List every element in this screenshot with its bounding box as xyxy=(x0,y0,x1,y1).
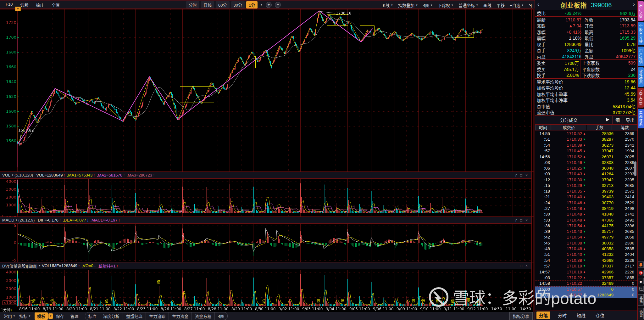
bell-icon[interactable] xyxy=(638,261,644,268)
tick-row[interactable]: :571710.19▼370372717 xyxy=(535,263,637,269)
tick-play-icon[interactable]: ▶ xyxy=(603,116,612,124)
panel-tab-3[interactable]: 仓位 xyxy=(593,312,607,319)
tick-row[interactable]: :511710.33▼382872570 xyxy=(535,137,637,142)
dv-close-button[interactable]: × xyxy=(525,264,528,268)
tick-row[interactable]: :421710.54▲497792058 xyxy=(535,234,637,240)
period-button-3[interactable]: 30分 xyxy=(231,1,245,8)
tick-row[interactable]: :151710.29▼327132685 xyxy=(535,182,637,188)
vol-dropdown-icon[interactable]: ▼ xyxy=(11,174,14,177)
bottom-dropdown-1[interactable]: 指标▼ xyxy=(19,313,31,319)
template-option-5[interactable]: 资金方程 xyxy=(192,312,215,320)
qq-icon[interactable] xyxy=(638,278,644,284)
tick-col-0[interactable]: 时间 xyxy=(535,125,551,130)
tool-button-6[interactable]: 平移 xyxy=(497,2,505,8)
tick-row[interactable]: :181710.35▲397392572 xyxy=(535,188,637,194)
period-button-2[interactable]: 60分 xyxy=(216,1,229,8)
period-dropdown-icon[interactable]: ▼ xyxy=(260,3,263,6)
tick-col-1[interactable]: 成交价 xyxy=(552,125,586,130)
prev-stock-icon[interactable]: ‹ xyxy=(537,1,539,8)
tool-button-5[interactable]: 画线 xyxy=(483,2,491,8)
tool-button-1[interactable]: 指数叠加▼ xyxy=(398,2,418,8)
template-option-3[interactable]: 主力追踪 xyxy=(146,312,169,320)
vol-help-button[interactable]: ? xyxy=(515,173,517,177)
macd-dropdown-icon[interactable]: ▼ xyxy=(15,219,18,222)
tick-row[interactable]: :391710.43▼357172685 xyxy=(535,229,637,234)
template-option-1[interactable]: 深度分析 xyxy=(100,312,123,320)
side-tab-4[interactable]: 关于益盟 xyxy=(638,88,644,108)
template-option-6[interactable]: 4图 xyxy=(215,312,227,320)
tick-row[interactable]: :511710.40▼412322404 xyxy=(535,252,637,257)
tool-button-0[interactable]: K线▼ xyxy=(383,2,393,8)
tick-col-2[interactable]: 手数 xyxy=(587,125,612,130)
menu-item-2[interactable]: 擒庄 xyxy=(36,2,44,8)
tick-row[interactable]: :361710.54▲441752396 xyxy=(535,223,637,228)
menu-item-1[interactable]: 诊股 xyxy=(20,2,28,8)
period-button-0[interactable]: 分时 xyxy=(186,1,199,8)
chat-icon[interactable] xyxy=(638,270,644,276)
collapse-panel-icon[interactable]: >| xyxy=(529,3,531,8)
side-tab-5[interactable]: 实战体系 xyxy=(638,109,644,128)
vol-close-button[interactable]: × xyxy=(525,173,528,177)
bottom-button-1[interactable]: 管理 xyxy=(70,313,79,319)
side-tab-1[interactable]: 个股三分钟 xyxy=(638,22,644,45)
vol-indicator-name[interactable]: VOL xyxy=(2,173,10,177)
macd-help-button[interactable]: ? xyxy=(515,218,517,222)
tick-row[interactable]: 14:551710.52▲285362369 xyxy=(535,131,637,137)
tick-row[interactable]: :451710.38▼380322386 xyxy=(535,240,637,246)
zoom-out-button[interactable]: − xyxy=(275,2,281,8)
tool-button-3[interactable]: 下除权▼ xyxy=(438,2,453,8)
vol-maximize-button[interactable]: □ xyxy=(520,173,522,177)
indicator-share-button[interactable]: 指标分享 xyxy=(509,312,533,320)
tick-row[interactable]: :031710.46▼328082289 xyxy=(535,160,637,165)
tool-button-7[interactable]: +自选▼ xyxy=(510,2,524,8)
template-dropdown-icon[interactable]: ▼ xyxy=(48,313,53,319)
tick-col-3[interactable]: 笔数 xyxy=(613,125,637,130)
tick-row[interactable]: :331710.48▲473662492 xyxy=(535,217,637,223)
tick-row[interactable]: :481710.48▲403582585 xyxy=(535,246,637,251)
side-button-1[interactable]: 协议 xyxy=(638,308,644,319)
chart-corner-dropdown-icon[interactable]: ▼ xyxy=(15,7,21,11)
panel-tab-2[interactable]: 短线 xyxy=(574,312,588,319)
menu-item-3[interactable]: 全景 xyxy=(52,2,60,8)
tick-row[interactable]: :121710.30▼379422205 xyxy=(535,177,637,182)
tick-row[interactable]: :571710.45▲370471994 xyxy=(535,148,637,154)
tick-detail-button[interactable]: 细 xyxy=(612,116,623,124)
macd-close-button[interactable]: × xyxy=(525,218,528,222)
macd-indicator-name[interactable]: MACD xyxy=(2,218,14,222)
tick-export-button[interactable]: 导出 xyxy=(623,116,637,124)
template-option-0[interactable]: 标准 xyxy=(85,312,100,320)
tick-row[interactable]: :271710.48▲384192498 xyxy=(535,205,637,211)
menu-item-0[interactable]: F10 xyxy=(6,2,13,8)
dv-indicator-name[interactable]: DV(倍量选股)[自编] xyxy=(2,263,37,269)
tick-row[interactable]: 14:561710.52▲269712025 xyxy=(535,154,637,160)
tick-row[interactable]: 14:581710.22324690 xyxy=(535,280,637,286)
period-button-active[interactable]: 1分 xyxy=(246,1,258,8)
tick-row[interactable]: 15:001710.5700 xyxy=(535,286,637,292)
tick-row[interactable]: 15:011710.5712836490 xyxy=(535,292,637,298)
tick-row[interactable]: :091710.43▲412642293 xyxy=(535,171,637,177)
dv-dropdown-icon[interactable]: ▼ xyxy=(38,264,41,267)
macd-maximize-button[interactable]: □ xyxy=(520,218,522,222)
tick-row[interactable]: :301710.48▲418482742 xyxy=(535,211,637,217)
tick-row[interactable]: 14:571710.19▲429662228 xyxy=(535,269,637,275)
tick-row[interactable]: :541710.38▼426682229 xyxy=(535,257,637,263)
tick-row[interactable]: :211710.40▲394032414 xyxy=(535,194,637,200)
panel-tab-0[interactable]: 分笔 xyxy=(536,312,550,319)
side-tab-3[interactable]: 软件使用 xyxy=(638,67,644,87)
next-stock-icon[interactable]: › xyxy=(633,1,635,8)
tick-row[interactable]: :541710.39▲362732342 xyxy=(535,142,637,148)
period-button-1[interactable]: 日线 xyxy=(201,1,214,8)
screenshot-icon[interactable] xyxy=(638,286,644,292)
bottom-dropdown-0[interactable]: 常用▼ xyxy=(4,313,15,319)
tick-row[interactable]: :241710.46▲387702529 xyxy=(535,200,637,205)
dv-maximize-button[interactable]: □ xyxy=(520,264,522,268)
tool-button-2[interactable]: 4图▼ xyxy=(423,2,433,8)
panel-tab-1[interactable]: 分时 xyxy=(555,312,569,319)
side-button-0[interactable]: 委托 xyxy=(638,294,644,306)
template-option-2[interactable]: 益盟经典 xyxy=(123,312,146,320)
side-tab-2[interactable]: 用户培训 xyxy=(638,47,644,66)
tick-row[interactable]: :061710.25▼360482607 xyxy=(535,165,637,171)
tick-scrollbar[interactable] xyxy=(634,161,636,176)
zoom-in-button[interactable]: + xyxy=(266,2,272,8)
template-button[interactable]: 模板 xyxy=(35,312,48,320)
